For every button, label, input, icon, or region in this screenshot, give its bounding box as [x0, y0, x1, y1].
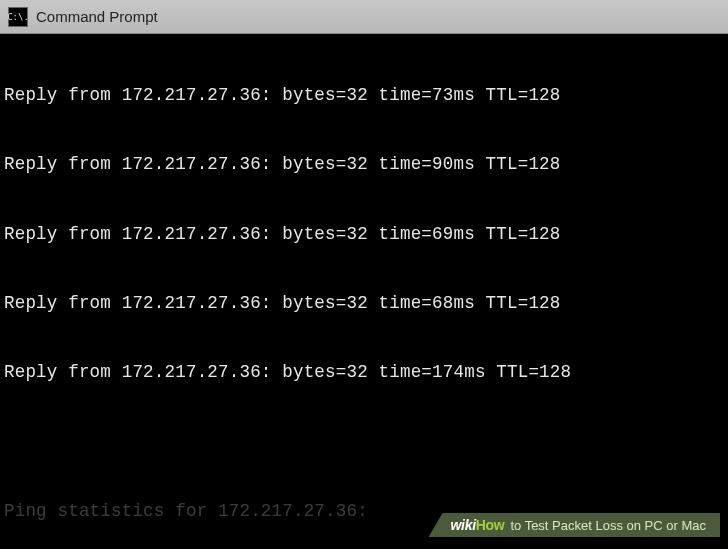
window-title: Command Prompt [36, 8, 158, 25]
ping-reply-line: Reply from 172.217.27.36: bytes=32 time=… [4, 223, 724, 246]
blank-line [4, 431, 724, 454]
watermark-bar: wikiHow to Test Packet Loss on PC or Mac [429, 513, 721, 537]
command-prompt-window: C:\. Command Prompt Reply from 172.217.2… [0, 0, 728, 549]
ping-reply-line: Reply from 172.217.27.36: bytes=32 time=… [4, 153, 724, 176]
article-title: to Test Packet Loss on PC or Mac [510, 518, 706, 533]
ping-reply-line: Reply from 172.217.27.36: bytes=32 time=… [4, 361, 724, 384]
ping-reply-line: Reply from 172.217.27.36: bytes=32 time=… [4, 292, 724, 315]
cmd-icon: C:\. [8, 7, 28, 27]
terminal-output[interactable]: Reply from 172.217.27.36: bytes=32 time=… [0, 34, 728, 549]
brand-logo: wikiHow [451, 517, 505, 533]
ping-reply-line: Reply from 172.217.27.36: bytes=32 time=… [4, 84, 724, 107]
highlight-region: Packets: Sent = 30, Received = 30, Lost … [4, 545, 724, 549]
wikihow-watermark: wikiHow to Test Packet Loss on PC or Mac [429, 513, 721, 537]
titlebar[interactable]: C:\. Command Prompt [0, 0, 728, 34]
